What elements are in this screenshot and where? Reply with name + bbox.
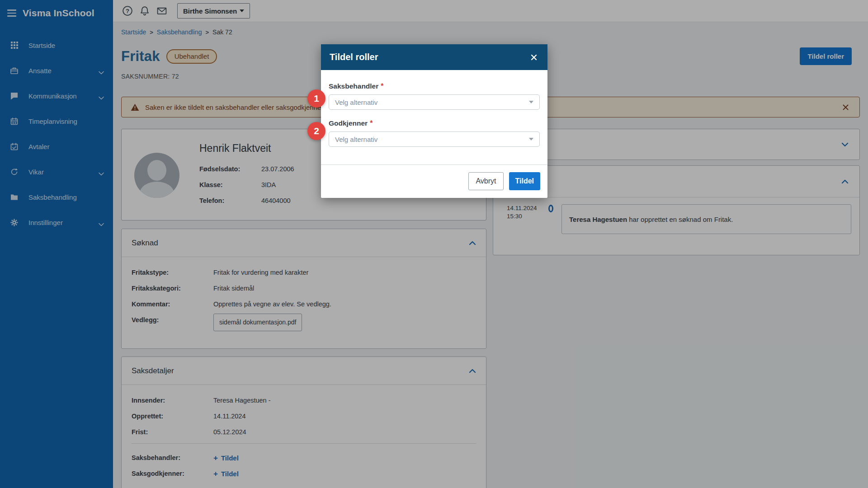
field-label: Saksbehandler <box>329 82 378 90</box>
required-asterisk: * <box>381 82 383 90</box>
approver-select[interactable]: Velg alternativ <box>329 131 540 147</box>
cancel-button[interactable]: Avbryt <box>468 172 503 190</box>
caseworker-select[interactable]: Velg alternativ <box>329 94 540 110</box>
select-placeholder: Velg alternativ <box>335 99 377 106</box>
modal-footer: Avbryt Tildel <box>321 164 547 198</box>
close-icon[interactable] <box>529 52 539 62</box>
annotation-badge-1: 1 <box>307 89 326 108</box>
app-window: Visma InSchool Startside Ansatte <box>0 0 868 488</box>
caseworker-field: Saksbehandler* Velg alternativ <box>329 82 540 110</box>
modal-title: Tildel roller <box>330 52 378 62</box>
approver-field: Godkjenner* Velg alternativ <box>329 119 540 147</box>
assign-roles-modal: Tildel roller Saksbehandler* Velg altern… <box>321 44 547 198</box>
modal-header: Tildel roller <box>321 44 547 70</box>
required-asterisk: * <box>370 119 373 127</box>
caret-down-icon <box>529 101 533 103</box>
select-placeholder: Velg alternativ <box>335 136 377 143</box>
field-label: Godkjenner <box>329 119 368 127</box>
caret-down-icon <box>529 138 533 141</box>
submit-assign-button[interactable]: Tildel <box>509 172 541 190</box>
annotation-badge-2: 2 <box>307 122 326 140</box>
